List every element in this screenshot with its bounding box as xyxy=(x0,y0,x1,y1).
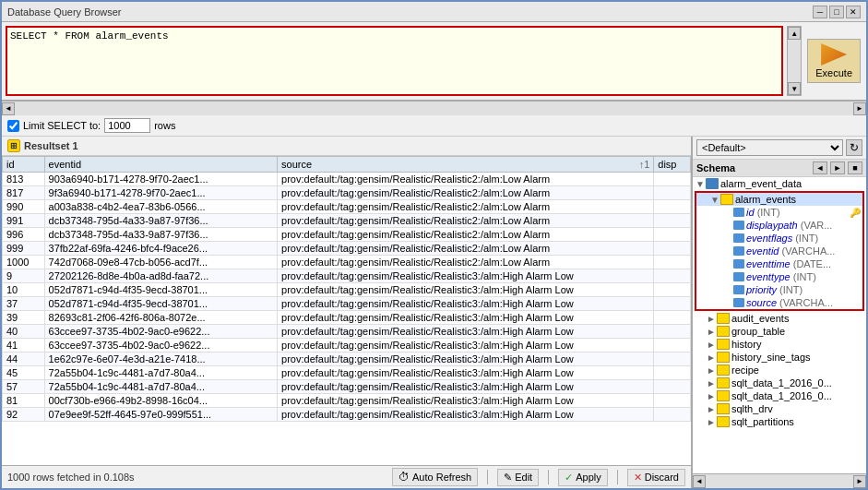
main-split: ⊞ Resultset 1 id eventid source ↑1 disp xyxy=(2,137,866,488)
schema-tab-label: Schema xyxy=(696,162,735,173)
limit-checkbox[interactable] xyxy=(7,120,19,132)
table-row[interactable]: 441e62c97e-6e07-4e3d-a21e-7418...prov:de… xyxy=(3,353,691,366)
query-hscroll: ◄ ► xyxy=(2,101,866,115)
col-label: source (VARCHA... xyxy=(746,297,861,308)
table-group-table[interactable]: ► group_table xyxy=(693,325,866,338)
cell-source: prov:default:/tag:gensim/Realistic/Reali… xyxy=(278,269,654,283)
cell-source: prov:default:/tag:gensim/Realistic/Reali… xyxy=(278,283,654,297)
right-panel-hscroll: ◄ ► xyxy=(693,473,866,488)
db-alarm-event-data[interactable]: ▼ alarm_event_data xyxy=(693,177,866,190)
table-row[interactable]: 5772a55b04-1c9c-4481-a7d7-80a4...prov:de… xyxy=(3,380,691,394)
table-row[interactable]: 9207e9ee9f-52ff-4645-97e0-999f551...prov… xyxy=(3,408,691,422)
apply-button[interactable]: ✓ Apply xyxy=(558,469,608,486)
query-editor[interactable]: SELECT * FROM alarm_events xyxy=(7,28,781,92)
hscroll-track[interactable] xyxy=(15,102,853,115)
schema-collapse-button[interactable]: ■ xyxy=(848,161,862,174)
table-row[interactable]: 8179f3a6940-b171-4278-9f70-2aec1...prov:… xyxy=(3,186,691,200)
minimize-button[interactable]: ─ xyxy=(813,6,827,18)
col-priority[interactable]: priority (INT) xyxy=(696,283,862,296)
discard-button[interactable]: ✕ Discard xyxy=(627,469,685,486)
col-header-source[interactable]: source ↑1 xyxy=(278,157,654,173)
auto-refresh-label: Auto Refresh xyxy=(412,472,471,483)
table-row[interactable]: 37052d7871-c94d-4f35-9ecd-38701...prov:d… xyxy=(3,297,691,311)
col-eventtime[interactable]: eventtime (DATE... xyxy=(696,257,862,270)
cell-id: 92 xyxy=(3,408,45,422)
table-alarm-events[interactable]: ▼ alarm_events xyxy=(696,193,862,206)
cell-id: 44 xyxy=(3,353,45,366)
table-row[interactable]: 4572a55b04-1c9c-4481-a7d7-80a4...prov:de… xyxy=(3,366,691,380)
col-header-id[interactable]: id xyxy=(3,157,45,173)
cell-eventid: 903a6940-b171-4278-9f70-2aec1... xyxy=(44,173,278,186)
col-label: displaypath (VAR... xyxy=(746,220,861,231)
scroll-right-button[interactable]: ► xyxy=(853,102,866,115)
table-sqlt-data-1[interactable]: ► sqlt_data_1_2016_0... xyxy=(693,376,866,389)
query-scrollbar: ▲ ▼ xyxy=(787,26,802,96)
cell-source: prov:default:/tag:gensim/Realistic/Reali… xyxy=(278,325,654,339)
table-history-sine-tags[interactable]: ► history_sine_tags xyxy=(693,351,866,364)
schema-nav-prev[interactable]: ◄ xyxy=(813,161,827,174)
table-icon xyxy=(717,377,730,388)
col-eventflags[interactable]: eventflags (INT) xyxy=(696,232,862,245)
maximize-button[interactable]: □ xyxy=(829,6,844,18)
scroll-down-button[interactable]: ▼ xyxy=(788,82,801,95)
cell-id: 45 xyxy=(3,366,45,380)
expand-icon: ▼ xyxy=(695,179,706,189)
table-row[interactable]: 99937fb22af-69fa-4246-bfc4-f9ace26...pro… xyxy=(3,242,691,256)
rp-scroll-right[interactable]: ► xyxy=(853,475,866,488)
table-row[interactable]: 813903a6940-b171-4278-9f70-2aec1...prov:… xyxy=(3,173,691,186)
col-icon xyxy=(733,259,744,269)
separator-1 xyxy=(487,470,488,484)
col-displaypath[interactable]: displaypath (VAR... xyxy=(696,219,862,232)
table-row[interactable]: 927202126-8d8e-4b0a-ad8d-faa72...prov:de… xyxy=(3,269,691,283)
cell-eventid: dcb37348-795d-4a33-9a87-97f36... xyxy=(44,214,278,228)
close-button[interactable]: ✕ xyxy=(846,6,861,18)
col-eventid[interactable]: eventid (VARCHA... xyxy=(696,245,862,257)
table-row[interactable]: 10052d7871-c94d-4f35-9ecd-38701...prov:d… xyxy=(3,283,691,297)
col-header-eventid[interactable]: eventid xyxy=(44,157,278,173)
table-row[interactable]: 3982693c81-2f06-42f6-806a-8072e...prov:d… xyxy=(3,311,691,325)
table-row[interactable]: 8100cf730b-e966-49b2-8998-16c04...prov:d… xyxy=(3,394,691,408)
col-eventtype[interactable]: eventtype (INT) xyxy=(696,270,862,283)
table-row[interactable]: 990a003a838-c4b2-4ea7-83b6-0566...prov:d… xyxy=(3,200,691,214)
table-label: sqlt_partitions xyxy=(731,416,864,427)
col-id[interactable]: id (INT) 🔑 xyxy=(696,206,862,219)
main-window: Database Query Browser ─ □ ✕ SELECT * FR… xyxy=(0,0,868,490)
cell-disp xyxy=(654,366,691,380)
limit-input[interactable]: 1000 xyxy=(104,118,150,133)
scroll-left-button[interactable]: ◄ xyxy=(2,102,15,115)
query-section: SELECT * FROM alarm_events ▲ ▼ Execute xyxy=(2,22,866,101)
cell-disp xyxy=(654,353,691,366)
table-audit-events[interactable]: ► audit_events xyxy=(693,312,866,325)
cell-eventid: 07e9ee9f-52ff-4645-97e0-999f551... xyxy=(44,408,278,422)
rp-scroll-left[interactable]: ◄ xyxy=(693,475,706,488)
table-sqlt-partitions[interactable]: ► sqlt_partitions xyxy=(693,415,866,428)
table-row[interactable]: 4063ccee97-3735-4b02-9ac0-e9622...prov:d… xyxy=(3,325,691,339)
cell-id: 57 xyxy=(3,380,45,394)
edit-button[interactable]: ✎ Edit xyxy=(497,469,539,486)
table-sqlt-data-2[interactable]: ► sqlt_data_1_2016_0... xyxy=(693,389,866,402)
execute-button[interactable]: Execute xyxy=(807,39,861,83)
cell-id: 81 xyxy=(3,394,45,408)
table-row[interactable]: 1000742d7068-09e8-47cb-b056-acd7f...prov… xyxy=(3,256,691,269)
table-row[interactable]: 991dcb37348-795d-4a33-9a87-97f36...prov:… xyxy=(3,214,691,228)
cell-eventid: 27202126-8d8e-4b0a-ad8d-faa72... xyxy=(44,269,278,283)
cell-disp xyxy=(654,311,691,325)
table-label: history xyxy=(731,339,864,350)
cell-disp xyxy=(654,408,691,422)
scroll-up-button[interactable]: ▲ xyxy=(788,27,801,40)
data-table: id eventid source ↑1 disp 813903a6940-b1… xyxy=(2,156,691,422)
col-source[interactable]: source (VARCHA... xyxy=(696,296,862,309)
schema-refresh-button[interactable]: ↻ xyxy=(846,139,862,156)
auto-refresh-button[interactable]: ⏱ Auto Refresh xyxy=(392,468,478,486)
table-sqlth-drv[interactable]: ► sqlth_drv xyxy=(693,402,866,415)
table-history[interactable]: ► history xyxy=(693,338,866,351)
table-wrapper[interactable]: id eventid source ↑1 disp 813903a6940-b1… xyxy=(2,156,691,465)
schema-nav-next[interactable]: ► xyxy=(830,161,845,174)
schema-tree[interactable]: ▼ alarm_event_data ▼ alarm_events xyxy=(693,177,866,473)
table-row[interactable]: 4163ccee97-3735-4b02-9ac0-e9622...prov:d… xyxy=(3,339,691,353)
rp-hscroll-track[interactable] xyxy=(706,475,853,488)
schema-select[interactable]: <Default> xyxy=(696,139,843,156)
table-row[interactable]: 996dcb37348-795d-4a33-9a87-97f36...prov:… xyxy=(3,228,691,242)
table-recipe[interactable]: ► recipe xyxy=(693,364,866,376)
col-header-disp[interactable]: disp xyxy=(654,157,691,173)
